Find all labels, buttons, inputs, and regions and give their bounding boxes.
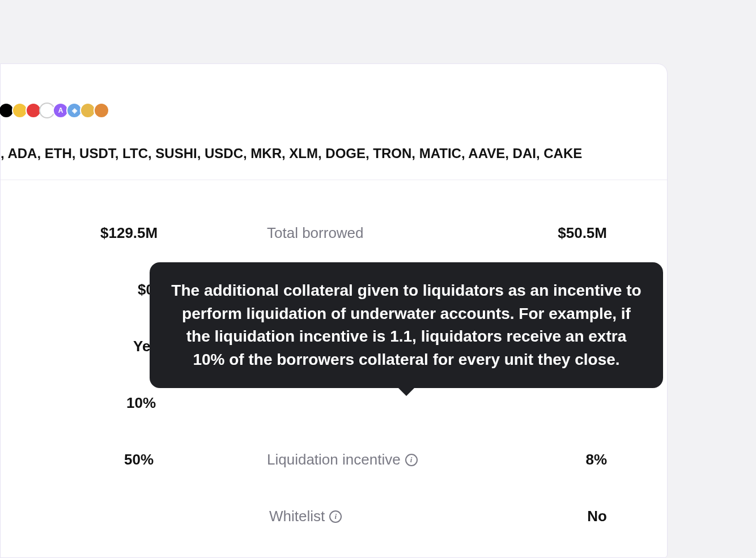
stat-value: $50.5M xyxy=(558,224,607,242)
token-icon xyxy=(94,103,109,118)
token-icon-strip: A ◈ xyxy=(1,103,109,118)
stat-value: 8% xyxy=(585,451,607,468)
stat-value: No xyxy=(587,508,607,525)
label-text: Total borrowed xyxy=(267,224,364,242)
stat-value: 50% xyxy=(124,451,154,468)
stat-value: 10% xyxy=(126,394,156,412)
tooltip-text: The additional collateral given to liqui… xyxy=(171,282,641,368)
stat-label-whitelist[interactable]: Whitelist i xyxy=(269,508,342,525)
pool-card: A ◈ , ADA, ETH, USDT, LTC, SUSHI, USDC, … xyxy=(0,63,668,558)
stat-value: $129.5M xyxy=(100,224,158,242)
assets-list: , ADA, ETH, USDT, LTC, SUSHI, USDC, MKR,… xyxy=(1,146,582,161)
divider xyxy=(1,180,667,180)
stat-label-liquidation-incentive[interactable]: Liquidation incentive i xyxy=(267,451,418,468)
label-text: Whitelist xyxy=(269,508,325,525)
stat-label-total-borrowed: Total borrowed xyxy=(267,224,364,242)
tooltip-arrow xyxy=(397,387,415,396)
info-icon[interactable]: i xyxy=(405,454,418,466)
label-text: Liquidation incentive xyxy=(267,451,401,468)
tooltip-liquidation-incentive: The additional collateral given to liqui… xyxy=(150,262,663,388)
info-icon[interactable]: i xyxy=(329,510,342,523)
